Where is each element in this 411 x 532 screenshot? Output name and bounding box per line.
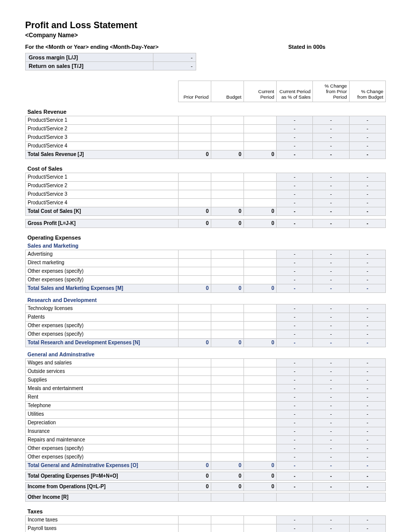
- ga-6-pct-prior: -: [313, 410, 349, 419]
- table-row: Utilities---: [26, 410, 386, 419]
- sm-2-label: Other expenses (specify): [26, 267, 179, 276]
- ga-6-prior: [178, 410, 211, 419]
- tax-1-pct-sales: -: [277, 524, 313, 533]
- metrics-box: Gross margin [L/J] - Return on sales [T/…: [25, 53, 196, 70]
- table-row: Other expenses (specify)---: [26, 444, 386, 453]
- sm-3-pct-prior: -: [313, 276, 349, 284]
- cos-3-current: [243, 199, 276, 207]
- ga-10-pct-prior: -: [313, 444, 349, 453]
- gross-margin-value: -: [153, 53, 196, 62]
- gross-profit: Gross Profit [L=J-K]000---: [26, 219, 386, 228]
- sales-0-label: Product/Service 1: [26, 116, 179, 125]
- table-row: Advertising---: [26, 250, 386, 259]
- ga-4-pct-budget: -: [349, 393, 385, 402]
- col-pct-prior: % Change from Prior Period: [313, 81, 349, 102]
- ga-4-current: [243, 393, 276, 402]
- cos-0-pct-sales: -: [277, 173, 313, 182]
- table-row: Rent---: [26, 393, 386, 402]
- cos-2-pct-prior: -: [313, 190, 349, 199]
- sales-2-pct-sales: -: [277, 133, 313, 142]
- table-row: Product/Service 3---: [26, 133, 386, 142]
- rnd-0-budget: [211, 305, 243, 313]
- col-budget: Budget: [211, 81, 243, 102]
- table-row: Product/Service 1---: [26, 116, 386, 125]
- sales-0-budget: [211, 116, 243, 125]
- sm-3-current: [243, 276, 276, 284]
- col-pct-sales: Current Period as % of Sales: [277, 81, 313, 102]
- sales-1-current: [243, 125, 276, 133]
- ga-8-budget: [211, 427, 243, 436]
- taxes-header: Taxes: [26, 505, 386, 516]
- rnd-3-pct-budget: -: [349, 330, 385, 339]
- sales-marketing-header: Sales and Marketing: [26, 242, 386, 250]
- ga-3-current: [243, 385, 276, 393]
- ga-3-pct-budget: -: [349, 385, 385, 393]
- cos-3-pct-sales: -: [277, 199, 313, 207]
- sm-3-pct-sales: -: [277, 276, 313, 284]
- ga-8-label: Insurance: [26, 427, 179, 436]
- column-header-row: Prior Period Budget Current Period Curre…: [26, 81, 386, 102]
- sales-2-prior: [178, 133, 211, 142]
- sales-0-pct-sales: -: [277, 116, 313, 125]
- rnd-2-label: Other expenses (specify): [26, 322, 179, 330]
- sales-1-prior: [178, 125, 211, 133]
- cos-0-label: Product/Service 1: [26, 173, 179, 182]
- rnd-1-pct-sales: -: [277, 313, 313, 322]
- ga-0-current: [243, 359, 276, 367]
- ga-2-budget: [211, 376, 243, 385]
- ga-7-pct-sales: -: [277, 419, 313, 427]
- cos-1-pct-sales: -: [277, 182, 313, 190]
- sm-0-pct-sales: -: [277, 250, 313, 259]
- table-row: Repairs and maintenance---: [26, 436, 386, 444]
- sm-1-pct-budget: -: [349, 259, 385, 267]
- income-from-ops: Income from Operations [Q=L-P]000---: [26, 483, 386, 491]
- ga-8-pct-prior: -: [313, 427, 349, 436]
- table-row: Insurance---: [26, 427, 386, 436]
- cos-1-current: [243, 182, 276, 190]
- ga-7-label: Depreciation: [26, 419, 179, 427]
- ga-2-pct-budget: -: [349, 376, 385, 385]
- tax-1-pct-prior: -: [313, 524, 349, 533]
- ga-8-pct-sales: -: [277, 427, 313, 436]
- table-row: Income taxes---: [26, 516, 386, 524]
- sales-2-budget: [211, 133, 243, 142]
- cos-0-pct-prior: -: [313, 173, 349, 182]
- sm-1-prior: [178, 259, 211, 267]
- rnd-2-prior: [178, 322, 211, 330]
- rnd-1-prior: [178, 313, 211, 322]
- total-rnd: Total Research and Development Expenses …: [26, 339, 386, 347]
- ga-8-current: [243, 427, 276, 436]
- col-prior: Prior Period: [178, 81, 211, 102]
- ga-7-budget: [211, 419, 243, 427]
- sales-2-pct-budget: -: [349, 133, 385, 142]
- tax-1-current: [243, 524, 276, 533]
- cos-1-pct-prior: -: [313, 182, 349, 190]
- sales-2-current: [243, 133, 276, 142]
- ga-4-pct-prior: -: [313, 393, 349, 402]
- col-pct-budget: % Change from Budget: [349, 81, 385, 102]
- rnd-2-pct-prior: -: [313, 322, 349, 330]
- table-row: Other expenses (specify)---: [26, 322, 386, 330]
- table-row: Payroll taxes---: [26, 524, 386, 533]
- total-operating: Total Operating Expenses [P=M+N+O]000---: [26, 472, 386, 481]
- sm-3-budget: [211, 276, 243, 284]
- ga-4-prior: [178, 393, 211, 402]
- operating-expenses-header: Operating Expenses: [26, 231, 386, 242]
- sm-2-pct-sales: -: [277, 267, 313, 276]
- cos-1-prior: [178, 182, 211, 190]
- ga-5-prior: [178, 402, 211, 410]
- sales-revenue-header: Sales Revenue: [26, 105, 386, 116]
- table-row: Product/Service 4---: [26, 142, 386, 150]
- rnd-3-budget: [211, 330, 243, 339]
- sales-3-pct-sales: -: [277, 142, 313, 150]
- cos-0-current: [243, 173, 276, 182]
- ga-9-budget: [211, 436, 243, 444]
- sm-0-current: [243, 250, 276, 259]
- cos-0-pct-budget: -: [349, 173, 385, 182]
- sm-2-pct-prior: -: [313, 267, 349, 276]
- table-row: Product/Service 4---: [26, 199, 386, 207]
- cos-3-pct-budget: -: [349, 199, 385, 207]
- ga-1-label: Outside services: [26, 367, 179, 376]
- ga-0-pct-budget: -: [349, 359, 385, 367]
- rnd-1-pct-budget: -: [349, 313, 385, 322]
